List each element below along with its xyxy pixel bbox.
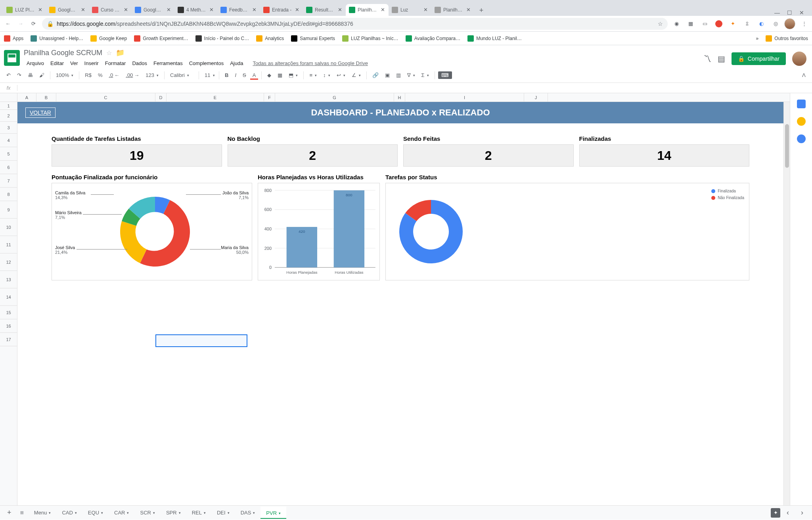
tab-close-icon[interactable]: ✕ (123, 7, 128, 13)
chart-employees[interactable]: Camila da Silva14,3% Mário Silveira7,1% … (52, 183, 252, 280)
comment-button[interactable]: ▣ (383, 71, 392, 80)
menu-item[interactable]: Ferramentas (151, 59, 186, 68)
star-icon[interactable]: ☆ (658, 21, 663, 27)
percent-button[interactable]: % (96, 71, 105, 80)
row-header[interactable]: 2 (0, 110, 17, 122)
font-size-select[interactable]: 11 (202, 71, 216, 80)
row-header[interactable]: 8 (0, 188, 17, 201)
font-select[interactable]: Calibri (168, 71, 195, 80)
sheets-logo-icon[interactable] (4, 50, 20, 66)
bold-button[interactable]: B (222, 71, 231, 80)
functions-button[interactable]: Σ (419, 71, 431, 80)
share-button[interactable]: 🔒 Compartilhar (732, 52, 786, 65)
chart-status[interactable]: Finalizada Não Finalizada (385, 183, 749, 280)
sheet-tab[interactable]: PVR▾ (260, 507, 286, 519)
bookmark-item[interactable]: Samurai Experts (291, 35, 335, 42)
ext-icon-5[interactable]: ✦ (729, 20, 737, 28)
save-status[interactable]: Todas as alterações foram salvas no Goog… (250, 59, 370, 68)
bookmark-item[interactable]: Avaliação Compara… (406, 35, 461, 42)
row-header[interactable]: 15 (0, 306, 17, 319)
wrap-button[interactable]: ↩ (334, 71, 348, 80)
bookmark-item[interactable]: Analytics (256, 35, 284, 42)
chart-button[interactable]: ▥ (394, 71, 403, 80)
undo-button[interactable]: ↶ (4, 71, 13, 80)
chrome-menu-button[interactable]: ⋮ (800, 20, 808, 28)
column-header[interactable]: B (36, 93, 56, 102)
browser-tab[interactable]: Luz✕ (389, 4, 431, 16)
filter-button[interactable]: ∇ (405, 71, 417, 80)
tab-close-icon[interactable]: ✕ (80, 7, 86, 13)
number-format-button[interactable]: 123 (143, 71, 161, 80)
bookmark-item[interactable]: Início - Painel do C… (195, 35, 249, 42)
column-header[interactable]: C (56, 93, 155, 102)
profile-avatar[interactable] (784, 18, 795, 29)
redo-button[interactable]: ↷ (15, 71, 24, 80)
collapse-toolbar-button[interactable]: ᐱ (800, 71, 808, 80)
column-header[interactable]: G (275, 93, 394, 102)
currency-button[interactable]: R$ (82, 71, 94, 80)
print-button[interactable]: 🖶 (25, 71, 35, 80)
tab-close-icon[interactable]: ✕ (380, 7, 385, 13)
back-button[interactable]: ← (4, 20, 12, 28)
browser-tab[interactable]: Planilha d✕ (431, 4, 474, 16)
tab-close-icon[interactable]: ✕ (209, 7, 214, 13)
row-header[interactable]: 14 (0, 288, 17, 306)
sheet-tab[interactable]: SCR▾ (134, 507, 160, 519)
row-header[interactable]: 5 (0, 147, 17, 161)
valign-button[interactable]: ↕ (321, 71, 333, 80)
column-header[interactable]: H (394, 93, 405, 102)
bookmark-item[interactable]: Growth Experiment… (134, 35, 188, 42)
bookmark-item[interactable]: Mundo LUZ - Planil… (467, 35, 522, 42)
menu-item[interactable]: Formatar (102, 59, 129, 68)
bookmark-item[interactable]: LUZ Planilhas ~ Iníc… (342, 35, 398, 42)
sheet-tab[interactable]: CAD▾ (56, 507, 82, 519)
close-window-button[interactable]: ✕ (799, 10, 804, 16)
keyboard-button[interactable]: ⌨ (438, 71, 452, 79)
text-color-button[interactable]: A (250, 71, 259, 80)
add-sheet-button[interactable]: + (3, 506, 15, 519)
all-sheets-button[interactable]: ≡ (16, 507, 28, 519)
browser-tab[interactable]: LUZ Plani✕ (3, 4, 46, 16)
browser-tab[interactable]: Feedback✕ (217, 4, 260, 16)
row-header[interactable]: 10 (0, 219, 17, 236)
bookmark-item[interactable]: Apps (4, 35, 23, 42)
tab-close-icon[interactable]: ✕ (337, 7, 343, 13)
ext-icon-3[interactable]: ▭ (701, 20, 709, 28)
column-header[interactable]: F (264, 93, 275, 102)
scrollbar-thumb[interactable] (785, 124, 789, 168)
row-header[interactable]: 13 (0, 271, 17, 288)
decrease-decimals-button[interactable]: .0← (106, 71, 122, 80)
browser-tab[interactable]: Entrada -✕ (260, 4, 303, 16)
menu-item[interactable]: Ver (67, 59, 81, 68)
ext-icon-7[interactable]: ◐ (757, 20, 765, 28)
row-header[interactable]: 3 (0, 122, 17, 134)
tab-close-icon[interactable]: ✕ (251, 7, 257, 13)
tab-close-icon[interactable]: ✕ (37, 7, 43, 13)
column-header[interactable]: J (524, 93, 548, 102)
sheet-nav-left[interactable]: ‹ (781, 508, 795, 517)
row-header[interactable]: 16 (0, 319, 17, 333)
column-header[interactable]: A (17, 93, 36, 102)
row-header[interactable]: 12 (0, 253, 17, 271)
browser-tab[interactable]: Resultado✕ (303, 4, 346, 16)
menu-item[interactable]: Inserir (82, 59, 102, 68)
back-link[interactable]: VOLTAR (25, 107, 56, 118)
tab-close-icon[interactable]: ✕ (465, 7, 471, 13)
sheet-tab[interactable]: Menu▾ (29, 507, 57, 519)
row-header[interactable]: 17 (0, 333, 17, 346)
bookmark-item[interactable]: Google Keep (90, 35, 127, 42)
sheet-tab[interactable]: EQU▾ (82, 507, 109, 519)
minimize-button[interactable]: — (774, 10, 780, 16)
row-header[interactable]: 6 (0, 161, 17, 174)
strikethrough-button[interactable]: S (240, 71, 249, 80)
chart-hours[interactable]: 0 200 400 600 800 420 800 Horas Plan (258, 183, 380, 280)
bookmark-item[interactable]: Unassigned - Help… (31, 35, 83, 42)
menu-item[interactable]: Arquivo (24, 59, 47, 68)
tab-close-icon[interactable]: ✕ (294, 7, 300, 13)
tasks-icon[interactable] (797, 134, 806, 143)
account-avatar[interactable] (792, 52, 806, 66)
paint-format-button[interactable]: 🖌 (37, 71, 47, 80)
rotate-button[interactable]: ∠ (349, 71, 363, 80)
column-header[interactable]: I (405, 93, 524, 102)
move-folder-icon[interactable]: 📁 (116, 48, 124, 57)
